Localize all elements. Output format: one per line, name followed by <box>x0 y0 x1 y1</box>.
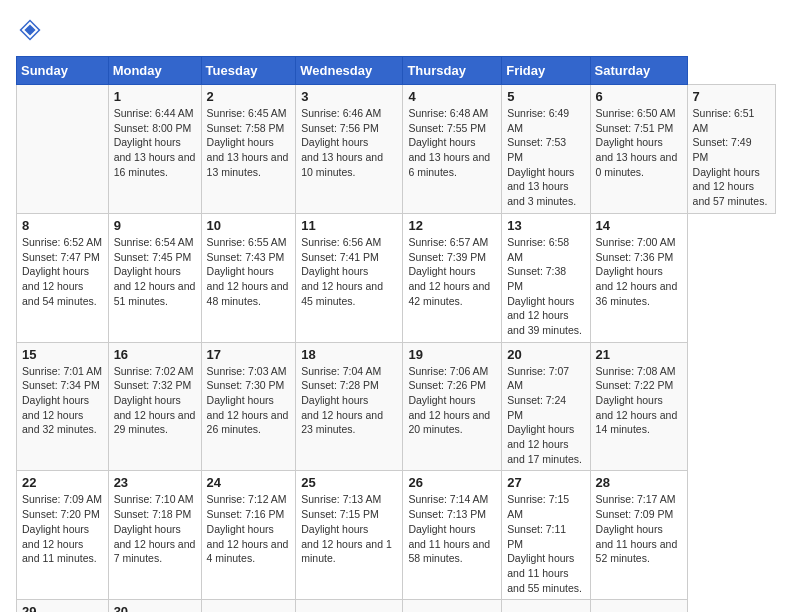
day-cell-16: 16 Sunrise: 7:02 AMSunset: 7:32 PMDaylig… <box>108 342 201 471</box>
day-cell-12: 12 Sunrise: 6:57 AMSunset: 7:39 PMDaylig… <box>403 213 502 342</box>
logo <box>16 16 48 44</box>
day-number: 26 <box>408 475 496 490</box>
col-header-thursday: Thursday <box>403 57 502 85</box>
day-number: 7 <box>693 89 770 104</box>
day-info: Sunrise: 6:52 AMSunset: 7:47 PMDaylight … <box>22 236 102 307</box>
day-number: 4 <box>408 89 496 104</box>
week-row-5: 29 Sunrise: 7:18 AMSunset: 7:07 PMDaylig… <box>17 600 776 612</box>
day-number: 28 <box>596 475 682 490</box>
week-row-2: 8 Sunrise: 6:52 AMSunset: 7:47 PMDayligh… <box>17 213 776 342</box>
day-cell-8: 8 Sunrise: 6:52 AMSunset: 7:47 PMDayligh… <box>17 213 109 342</box>
day-info: Sunrise: 6:57 AMSunset: 7:39 PMDaylight … <box>408 236 490 307</box>
day-cell-29: 29 Sunrise: 7:18 AMSunset: 7:07 PMDaylig… <box>17 600 109 612</box>
day-cell-1: 1 Sunrise: 6:44 AMSunset: 8:00 PMDayligh… <box>108 85 201 214</box>
col-header-friday: Friday <box>502 57 590 85</box>
day-info: Sunrise: 7:12 AMSunset: 7:16 PMDaylight … <box>207 493 289 564</box>
day-number: 12 <box>408 218 496 233</box>
day-info: Sunrise: 7:00 AMSunset: 7:36 PMDaylight … <box>596 236 678 307</box>
day-cell-19: 19 Sunrise: 7:06 AMSunset: 7:26 PMDaylig… <box>403 342 502 471</box>
day-number: 29 <box>22 604 103 612</box>
empty-cell <box>403 600 502 612</box>
day-info: Sunrise: 7:02 AMSunset: 7:32 PMDaylight … <box>114 365 196 436</box>
day-cell-26: 26 Sunrise: 7:14 AMSunset: 7:13 PMDaylig… <box>403 471 502 600</box>
day-cell-20: 20 Sunrise: 7:07 AMSunset: 7:24 PMDaylig… <box>502 342 590 471</box>
day-info: Sunrise: 7:04 AMSunset: 7:28 PMDaylight … <box>301 365 383 436</box>
day-number: 13 <box>507 218 584 233</box>
day-number: 24 <box>207 475 291 490</box>
day-info: Sunrise: 7:14 AMSunset: 7:13 PMDaylight … <box>408 493 490 564</box>
day-cell-27: 27 Sunrise: 7:15 AMSunset: 7:11 PMDaylig… <box>502 471 590 600</box>
day-cell-30: 30 Sunrise: 7:19 AMSunset: 7:05 PMDaylig… <box>108 600 201 612</box>
day-info: Sunrise: 7:08 AMSunset: 7:22 PMDaylight … <box>596 365 678 436</box>
week-row-3: 15 Sunrise: 7:01 AMSunset: 7:34 PMDaylig… <box>17 342 776 471</box>
day-info: Sunrise: 6:45 AMSunset: 7:58 PMDaylight … <box>207 107 289 178</box>
day-cell-2: 2 Sunrise: 6:45 AMSunset: 7:58 PMDayligh… <box>201 85 296 214</box>
day-info: Sunrise: 6:55 AMSunset: 7:43 PMDaylight … <box>207 236 289 307</box>
week-row-4: 22 Sunrise: 7:09 AMSunset: 7:20 PMDaylig… <box>17 471 776 600</box>
day-cell-13: 13 Sunrise: 6:58 AMSunset: 7:38 PMDaylig… <box>502 213 590 342</box>
week-row-1: 1 Sunrise: 6:44 AMSunset: 8:00 PMDayligh… <box>17 85 776 214</box>
day-info: Sunrise: 6:48 AMSunset: 7:55 PMDaylight … <box>408 107 490 178</box>
day-number: 18 <box>301 347 397 362</box>
day-number: 19 <box>408 347 496 362</box>
day-cell-22: 22 Sunrise: 7:09 AMSunset: 7:20 PMDaylig… <box>17 471 109 600</box>
day-number: 1 <box>114 89 196 104</box>
day-cell-10: 10 Sunrise: 6:55 AMSunset: 7:43 PMDaylig… <box>201 213 296 342</box>
day-info: Sunrise: 7:10 AMSunset: 7:18 PMDaylight … <box>114 493 196 564</box>
day-info: Sunrise: 6:50 AMSunset: 7:51 PMDaylight … <box>596 107 678 178</box>
day-info: Sunrise: 6:54 AMSunset: 7:45 PMDaylight … <box>114 236 196 307</box>
day-number: 10 <box>207 218 291 233</box>
empty-cell <box>590 600 687 612</box>
day-cell-14: 14 Sunrise: 7:00 AMSunset: 7:36 PMDaylig… <box>590 213 687 342</box>
day-cell-18: 18 Sunrise: 7:04 AMSunset: 7:28 PMDaylig… <box>296 342 403 471</box>
day-info: Sunrise: 6:46 AMSunset: 7:56 PMDaylight … <box>301 107 383 178</box>
day-number: 25 <box>301 475 397 490</box>
day-number: 16 <box>114 347 196 362</box>
day-cell-25: 25 Sunrise: 7:13 AMSunset: 7:15 PMDaylig… <box>296 471 403 600</box>
day-number: 2 <box>207 89 291 104</box>
col-header-saturday: Saturday <box>590 57 687 85</box>
day-cell-9: 9 Sunrise: 6:54 AMSunset: 7:45 PMDayligh… <box>108 213 201 342</box>
day-info: Sunrise: 6:58 AMSunset: 7:38 PMDaylight … <box>507 236 582 336</box>
day-cell-5: 5 Sunrise: 6:49 AMSunset: 7:53 PMDayligh… <box>502 85 590 214</box>
day-number: 30 <box>114 604 196 612</box>
page-header <box>16 16 776 44</box>
empty-cell <box>201 600 296 612</box>
day-number: 5 <box>507 89 584 104</box>
day-info: Sunrise: 7:09 AMSunset: 7:20 PMDaylight … <box>22 493 102 564</box>
day-cell-17: 17 Sunrise: 7:03 AMSunset: 7:30 PMDaylig… <box>201 342 296 471</box>
day-info: Sunrise: 7:17 AMSunset: 7:09 PMDaylight … <box>596 493 678 564</box>
empty-cell <box>296 600 403 612</box>
col-header-wednesday: Wednesday <box>296 57 403 85</box>
day-number: 6 <box>596 89 682 104</box>
day-cell-24: 24 Sunrise: 7:12 AMSunset: 7:16 PMDaylig… <box>201 471 296 600</box>
day-info: Sunrise: 7:15 AMSunset: 7:11 PMDaylight … <box>507 493 582 593</box>
day-cell-15: 15 Sunrise: 7:01 AMSunset: 7:34 PMDaylig… <box>17 342 109 471</box>
day-info: Sunrise: 7:07 AMSunset: 7:24 PMDaylight … <box>507 365 582 465</box>
day-cell-4: 4 Sunrise: 6:48 AMSunset: 7:55 PMDayligh… <box>403 85 502 214</box>
day-cell-3: 3 Sunrise: 6:46 AMSunset: 7:56 PMDayligh… <box>296 85 403 214</box>
day-number: 23 <box>114 475 196 490</box>
day-number: 17 <box>207 347 291 362</box>
day-info: Sunrise: 7:13 AMSunset: 7:15 PMDaylight … <box>301 493 392 564</box>
day-cell-28: 28 Sunrise: 7:17 AMSunset: 7:09 PMDaylig… <box>590 471 687 600</box>
day-number: 27 <box>507 475 584 490</box>
day-number: 3 <box>301 89 397 104</box>
day-cell-7: 7 Sunrise: 6:51 AMSunset: 7:49 PMDayligh… <box>687 85 775 214</box>
day-info: Sunrise: 6:49 AMSunset: 7:53 PMDaylight … <box>507 107 576 207</box>
calendar-table: SundayMondayTuesdayWednesdayThursdayFrid… <box>16 56 776 612</box>
col-header-sunday: Sunday <box>17 57 109 85</box>
day-number: 14 <box>596 218 682 233</box>
col-header-monday: Monday <box>108 57 201 85</box>
day-info: Sunrise: 7:01 AMSunset: 7:34 PMDaylight … <box>22 365 102 436</box>
col-header-tuesday: Tuesday <box>201 57 296 85</box>
day-cell-23: 23 Sunrise: 7:10 AMSunset: 7:18 PMDaylig… <box>108 471 201 600</box>
day-number: 15 <box>22 347 103 362</box>
logo-icon <box>16 16 44 44</box>
day-info: Sunrise: 6:51 AMSunset: 7:49 PMDaylight … <box>693 107 768 207</box>
day-cell-11: 11 Sunrise: 6:56 AMSunset: 7:41 PMDaylig… <box>296 213 403 342</box>
day-number: 21 <box>596 347 682 362</box>
day-number: 8 <box>22 218 103 233</box>
day-number: 22 <box>22 475 103 490</box>
day-cell-6: 6 Sunrise: 6:50 AMSunset: 7:51 PMDayligh… <box>590 85 687 214</box>
